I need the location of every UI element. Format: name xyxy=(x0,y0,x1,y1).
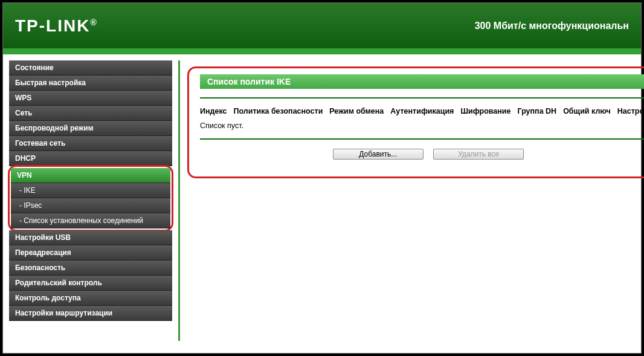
divider xyxy=(200,138,644,140)
col-settings: Настройка xyxy=(617,107,644,115)
col-dh-group: Группа DH xyxy=(518,107,557,115)
button-row: Добавить... Удалить все xyxy=(200,148,644,160)
sidebar-item-usb-settings[interactable]: Настройки USB xyxy=(9,230,172,245)
col-shared-key: Общий ключ xyxy=(563,107,611,115)
annotation-highlight-sidebar: VPN - IKE - IPsec - Список установленных… xyxy=(8,165,173,231)
sidebar: Состояние Быстрая настройка WPS Сеть Бес… xyxy=(9,60,172,341)
col-authentication: Аутентификация xyxy=(390,107,454,115)
sidebar-item-dhcp[interactable]: DHCP xyxy=(9,151,172,166)
content-area: Список политик IKE Индекс Политика безоп… xyxy=(178,60,644,341)
logo: TP-LINK® xyxy=(15,16,98,36)
sidebar-item-vpn-ike[interactable]: - IKE xyxy=(11,183,170,198)
col-encryption: Шифрование xyxy=(460,107,510,115)
logo-text: TP-LINK xyxy=(15,16,90,35)
table-header-row: Индекс Политика безопасности Режим обмен… xyxy=(200,107,644,115)
panel-title: Список политик IKE xyxy=(200,74,644,89)
add-button[interactable]: Добавить... xyxy=(333,149,423,160)
delete-all-button[interactable]: Удалить все xyxy=(433,149,524,160)
sidebar-item-forwarding[interactable]: Переадресация xyxy=(9,245,172,261)
sidebar-item-guest-network[interactable]: Гостевая сеть xyxy=(9,136,172,151)
sidebar-item-vpn[interactable]: VPN xyxy=(11,168,170,183)
divider xyxy=(200,97,644,99)
sidebar-item-network[interactable]: Сеть xyxy=(9,106,172,121)
annotation-highlight-content: Список политик IKE Индекс Политика безоп… xyxy=(187,66,644,178)
empty-list-label: Список пуст. xyxy=(200,121,644,130)
sidebar-item-routing[interactable]: Настройки маршрутизации xyxy=(9,306,172,321)
col-exchange-mode: Режим обмена xyxy=(329,107,384,115)
sidebar-item-parental-control[interactable]: Родительский контроль xyxy=(9,276,172,291)
col-index: Индекс xyxy=(200,107,227,115)
sidebar-item-security[interactable]: Безопасность xyxy=(9,261,172,276)
header-subtitle: 300 Мбит/с многофункциональн xyxy=(475,21,629,31)
header: TP-LINK® 300 Мбит/с многофункциональн xyxy=(3,3,641,54)
sidebar-item-access-control[interactable]: Контроль доступа xyxy=(9,291,172,306)
col-security-policy: Политика безопасности xyxy=(233,107,323,115)
sidebar-item-vpn-sa-list[interactable]: - Список установленных соединений xyxy=(11,213,170,228)
sidebar-item-wps[interactable]: WPS xyxy=(9,91,172,106)
sidebar-item-quick-setup[interactable]: Быстрая настройка xyxy=(9,76,172,91)
logo-registered: ® xyxy=(90,17,97,27)
sidebar-item-status[interactable]: Состояние xyxy=(9,60,172,76)
sidebar-item-vpn-ipsec[interactable]: - IPsec xyxy=(11,198,170,213)
sidebar-item-wireless[interactable]: Беспроводной режим xyxy=(9,121,172,136)
